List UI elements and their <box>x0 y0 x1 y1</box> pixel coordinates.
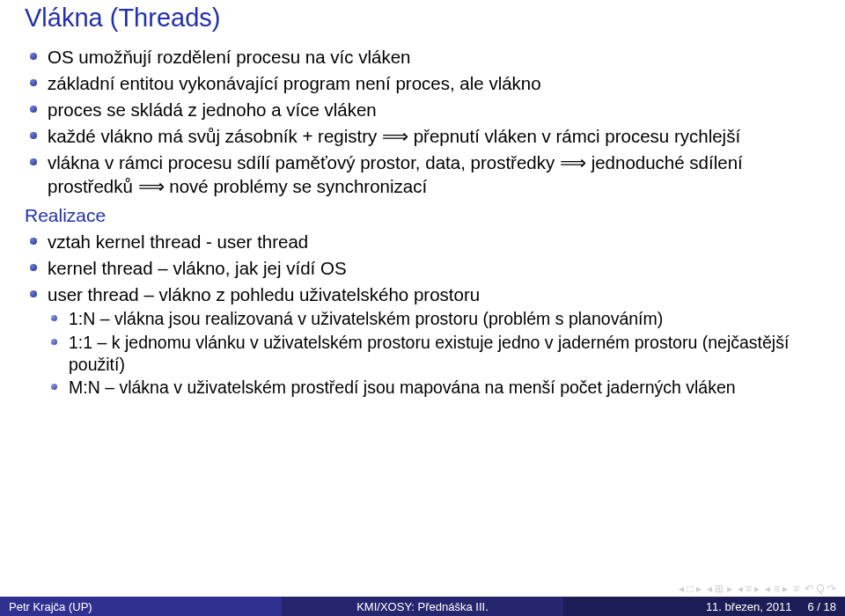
footer-date: 11. březen, 2011 <box>706 600 792 613</box>
list-item: 1:N – vlákna jsou realizovaná v uživatel… <box>48 308 820 330</box>
list-item: proces se skládá z jednoho a více vláken <box>25 98 820 121</box>
nav-appendix-icon[interactable]: ≡ <box>793 583 799 595</box>
list-item: user thread – vlákno z pohledu uživatels… <box>25 282 820 399</box>
nav-section-icon[interactable]: ◂ ≡ ▸ <box>738 583 760 595</box>
slide-title: Vlákna (Threads) <box>25 4 820 33</box>
beamer-nav-icons[interactable]: ◂ □ ▸ ◂ ⊞ ▸ ◂ ≡ ▸ ◂ ≡ ▸ ≡ ↶ Q ↷ <box>679 583 836 595</box>
footer-page: 6 / 18 <box>807 600 836 613</box>
list-item: M:N – vlákna v uživatelském prostředí js… <box>48 377 820 399</box>
nav-subsection-icon[interactable]: ◂ ⊞ ▸ <box>707 583 732 595</box>
list-item: kernel thread – vlákno, jak jej vídí OS <box>25 256 820 280</box>
list-item: každé vlákno má svůj zásobník + registry… <box>25 124 820 148</box>
nav-frame-icon[interactable]: ◂ □ ▸ <box>679 583 702 595</box>
list-item: vlákna v rámci procesu sdílí paměťový pr… <box>25 150 820 198</box>
footer-right: 11. březen, 2011 6 / 18 <box>563 597 845 616</box>
subheading: Realizace <box>25 205 820 226</box>
footer: Petr Krajča (UP) KMI/XOSY: Přednáška III… <box>0 597 845 616</box>
bullet-list-3: 1:N – vlákna jsou realizovaná v uživatel… <box>48 308 820 399</box>
nav-doc-icon[interactable]: ◂ ≡ ▸ <box>765 583 788 595</box>
list-item: OS umožňují rozdělení procesu na víc vlá… <box>25 45 820 69</box>
list-item: vztah kernel thread - user thread <box>25 230 820 253</box>
list-item: základní entitou vykonávající program ne… <box>25 71 820 95</box>
footer-title: KMI/XOSY: Přednáška III. <box>282 597 563 616</box>
bullet-list-1: OS umožňují rozdělení procesu na víc vlá… <box>25 45 820 198</box>
bullet-list-2: vztah kernel thread - user thread kernel… <box>25 230 820 400</box>
list-item: 1:1 – k jednomu vlánku v uživatelském pr… <box>48 332 820 377</box>
footer-author: Petr Krajča (UP) <box>0 597 282 616</box>
list-item-label: user thread – vlákno z pohledu uživatels… <box>48 284 480 304</box>
nav-back-forward-icon[interactable]: ↶ Q ↷ <box>805 583 836 595</box>
